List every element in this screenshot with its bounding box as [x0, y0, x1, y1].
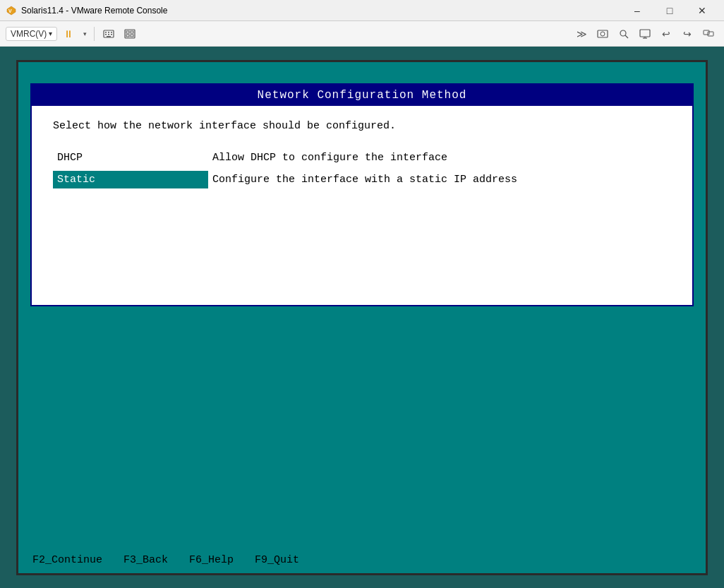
monitor-button[interactable] — [635, 25, 655, 42]
svg-point-16 — [601, 32, 605, 36]
svg-rect-23 — [708, 32, 713, 36]
dhcp-option-row[interactable]: DHCP Allow DHCP to configure the interfa… — [53, 149, 671, 167]
f2-continue[interactable]: F2_Continue — [32, 554, 102, 566]
static-key: Static — [53, 171, 208, 188]
multimonitor-icon — [703, 29, 714, 39]
toolbar-right-group: ≫ ↩ ↪ — [572, 25, 718, 42]
dialog-body: Select how the network interface should … — [32, 106, 692, 305]
function-key-bar: F2_Continue F3_Back F6_Help F9_Quit — [18, 548, 706, 573]
f9-quit[interactable]: F9_Quit — [255, 554, 299, 566]
window-controls: – □ ✕ — [621, 0, 718, 21]
svg-rect-8 — [111, 34, 112, 35]
svg-rect-13 — [126, 35, 129, 37]
vm-display-area: Network Configuration Method Select how … — [0, 47, 724, 588]
window-title: Solaris11.4 - VMware Remote Console — [21, 6, 167, 16]
toolbar: VMRC(V) ⏸ ▾ — [0, 21, 724, 47]
svg-rect-22 — [704, 30, 709, 35]
title-bar: V Solaris11.4 - VMware Remote Console – … — [0, 0, 724, 21]
svg-rect-5 — [111, 32, 112, 33]
description-text: Select how the network interface should … — [53, 120, 671, 132]
app-icon: V — [6, 5, 17, 16]
options-list: DHCP Allow DHCP to configure the interfa… — [53, 149, 671, 188]
vm-screen[interactable]: Network Configuration Method Select how … — [16, 60, 708, 575]
pause-button[interactable]: ⏸ — [59, 25, 78, 42]
undo-button[interactable]: ↩ — [656, 25, 676, 42]
f3-back[interactable]: F3_Back — [123, 554, 168, 566]
vm-spacer — [18, 328, 706, 548]
pause-icon: ⏸ — [64, 28, 73, 40]
fullscreen-button[interactable] — [120, 25, 140, 42]
svg-rect-9 — [107, 36, 111, 37]
keyboard-icon — [103, 29, 114, 39]
svg-rect-7 — [108, 34, 109, 35]
svg-rect-11 — [126, 31, 129, 33]
f6-help[interactable]: F6_Help — [189, 554, 234, 566]
dhcp-description: Allow DHCP to configure the interface — [208, 149, 452, 167]
snapshot-icon — [597, 29, 608, 39]
snapshot-button[interactable] — [593, 25, 613, 42]
close-button[interactable]: ✕ — [686, 0, 718, 21]
dhcp-key: DHCP — [53, 149, 208, 167]
maximize-button[interactable]: □ — [653, 0, 686, 21]
svg-line-18 — [625, 35, 628, 38]
svg-point-17 — [620, 30, 626, 36]
vmrc-label-text: VMRC(V) — [11, 29, 47, 39]
title-bar-left: V Solaris11.4 - VMware Remote Console — [6, 5, 167, 16]
separator-1 — [94, 27, 95, 41]
svg-rect-19 — [640, 30, 650, 37]
network-config-dialog: Network Configuration Method Select how … — [30, 83, 694, 306]
chevron-right-button[interactable]: ≫ — [572, 25, 591, 42]
svg-rect-4 — [108, 32, 109, 33]
minimize-button[interactable]: – — [621, 0, 653, 21]
svg-rect-3 — [105, 32, 107, 33]
dialog-title: Network Configuration Method — [32, 85, 692, 106]
magnify-icon — [618, 29, 629, 39]
toolbar-left-group: VMRC(V) ⏸ ▾ — [6, 25, 140, 42]
monitor-icon — [639, 29, 651, 39]
magnify-button[interactable] — [614, 25, 634, 42]
pause-dropdown[interactable]: ▾ — [80, 25, 90, 42]
svg-text:V: V — [8, 8, 12, 13]
svg-rect-6 — [105, 34, 107, 35]
static-option-row[interactable]: Static Configure the interface with a st… — [53, 171, 671, 188]
redo-button[interactable]: ↪ — [677, 25, 697, 42]
vmrc-menu[interactable]: VMRC(V) — [6, 27, 57, 41]
send-keys-button[interactable] — [99, 25, 119, 42]
static-description: Configure the interface with a static IP… — [208, 171, 521, 188]
multimonitor-button[interactable] — [699, 25, 718, 42]
fullscreen-icon — [124, 29, 135, 39]
svg-rect-14 — [131, 35, 133, 37]
svg-rect-12 — [131, 31, 133, 33]
